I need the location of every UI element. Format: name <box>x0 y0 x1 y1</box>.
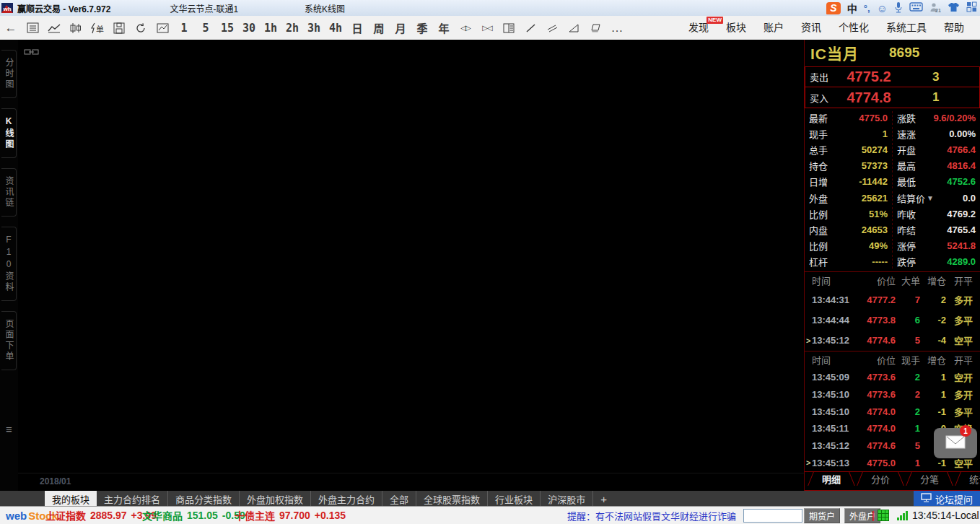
keyboard-icon[interactable] <box>909 2 923 14</box>
stat-value: -11442 <box>859 176 888 187</box>
menu-system-tools[interactable]: 系统工具 <box>878 16 935 40</box>
table-row: 13:45:104773.621多开 <box>805 386 980 403</box>
stat-value: 50274 <box>862 144 888 155</box>
panel-tab-stats[interactable]: 统计 <box>963 472 980 487</box>
table-row: >13:45:124774.65-4空平 <box>805 331 980 351</box>
list-menu-icon[interactable]: ≡ <box>6 424 12 435</box>
sogou-logo-icon[interactable]: S <box>826 2 841 14</box>
stat-value: 4766.4 <box>947 144 976 155</box>
board-tab-shanghai-shenzhen[interactable]: 沪深股市 <box>541 491 593 507</box>
ime-language-toggle[interactable]: 中 <box>847 1 857 15</box>
triangle-tool-icon[interactable] <box>563 16 585 40</box>
period-5min[interactable]: 5 <box>195 16 216 40</box>
index-shanghai: 上证指数2885.97+3.99 <box>45 507 157 524</box>
parallel-lines-tool-icon[interactable] <box>541 16 563 40</box>
quote-header[interactable]: IC当月 8695 <box>805 40 980 67</box>
emoji-icon[interactable]: ☺ <box>877 3 888 14</box>
back-icon[interactable]: ← <box>0 16 22 40</box>
period-4h[interactable]: 4h <box>325 16 346 40</box>
sidebar-tab-kline[interactable]: K线图 <box>1 108 17 158</box>
board-tab-my[interactable]: 我的板块 <box>45 491 97 507</box>
period-2h[interactable]: 2h <box>281 16 303 40</box>
sidebar-tab-f10[interactable]: F10资料 <box>1 227 17 301</box>
futures-account-button[interactable]: 期货户 <box>804 508 840 523</box>
chart-window-icon[interactable] <box>152 16 173 40</box>
stat-label: 昨收 <box>897 207 916 221</box>
expand-bars-icon[interactable]: ▷◁ <box>476 16 498 40</box>
status-input[interactable] <box>743 509 802 523</box>
period-week[interactable]: 周 <box>368 16 390 40</box>
page-layout-icon[interactable] <box>498 16 520 40</box>
board-tab-industry[interactable]: 行业板块 <box>488 491 541 507</box>
board-tab-global-stock[interactable]: 全球股票指数 <box>416 491 488 507</box>
period-30min[interactable]: 30 <box>238 16 260 40</box>
settle-dropdown-icon[interactable]: ▼ <box>927 194 934 202</box>
more-tools-icon[interactable]: … <box>606 16 628 40</box>
period-month[interactable]: 月 <box>390 16 411 40</box>
period-day[interactable]: 日 <box>346 16 368 40</box>
trendline-tool-icon[interactable] <box>520 16 541 40</box>
add-board-tab-button[interactable]: + <box>593 491 614 507</box>
menu-boards[interactable]: 板块 <box>717 16 755 40</box>
svg-text:wh: wh <box>3 6 12 12</box>
window-title: 赢顺云交易 - Ver6.7.972 <box>17 2 110 14</box>
sidebar-tab-newslink[interactable]: 资讯链 <box>1 168 17 217</box>
ime-menu-grid-icon[interactable] <box>966 1 977 14</box>
menu-account[interactable]: 账户 <box>755 16 792 40</box>
eraser-tool-icon[interactable] <box>585 16 606 40</box>
ask-qty: 3 <box>932 70 939 84</box>
period-15min[interactable]: 15 <box>216 16 238 40</box>
candlestick-chart-icon[interactable] <box>65 16 87 40</box>
board-tab-foreign-main[interactable]: 外盘主力合约 <box>311 491 382 507</box>
ask-row[interactable]: 卖出 4775.2 3 <box>805 67 980 88</box>
stat-value: 49% <box>869 240 888 251</box>
ask-label: 卖出 <box>805 70 836 84</box>
stat-label: 昨结 <box>897 223 916 237</box>
sidebar-tab-timeline[interactable]: 分时图 <box>1 50 17 98</box>
message-notification[interactable]: 1 <box>934 428 977 458</box>
bid-row[interactable]: 买入 4774.8 1 <box>805 87 980 108</box>
skin-icon[interactable] <box>948 2 960 14</box>
stat-label: 持仓 <box>809 159 828 173</box>
period-1min[interactable]: 1 <box>173 16 195 40</box>
table-row: 13:44:314777.272多开 <box>805 289 980 310</box>
save-icon[interactable] <box>108 16 130 40</box>
stat-value: ----- <box>872 256 888 267</box>
period-3h[interactable]: 3h <box>303 16 325 40</box>
ime-punctuation-toggle[interactable]: °, <box>864 3 870 14</box>
board-tab-main-contracts[interactable]: 主力合约排名 <box>97 491 168 507</box>
period-year[interactable]: 年 <box>433 16 455 40</box>
panel-tab-detail[interactable]: 明细 <box>816 472 846 487</box>
user-mode-icon[interactable]: 21 <box>929 2 941 14</box>
compress-bars-icon[interactable]: ◁▷ <box>455 16 476 40</box>
period-quarter[interactable]: 季 <box>411 16 433 40</box>
svg-text:单: 单 <box>96 25 104 33</box>
quick-order-icon[interactable]: 单 <box>87 16 108 40</box>
forum-question-button[interactable]: 论坛提问 <box>914 491 980 507</box>
report-icon[interactable] <box>22 16 43 40</box>
app-logo-icon: wh <box>1 3 13 13</box>
status-divider: | <box>872 507 875 524</box>
period-1h[interactable]: 1h <box>260 16 281 40</box>
menu-news[interactable]: 资讯 <box>792 16 830 40</box>
link-contract-icon[interactable] <box>24 45 40 58</box>
menu-personalize[interactable]: 个性化 <box>830 16 878 40</box>
panel-tab-price-dist[interactable]: 分价 <box>865 472 896 487</box>
timeline-chart-icon[interactable] <box>43 16 65 40</box>
bid-qty: 1 <box>932 90 939 105</box>
menu-discover[interactable]: 发现NEW <box>680 16 717 40</box>
menu-help[interactable]: 帮助 <box>935 16 973 40</box>
refresh-icon[interactable] <box>130 16 152 40</box>
table-row: 13:45:094773.621空开 <box>805 369 980 386</box>
board-tab-foreign-weighted[interactable]: 外盘加权指数 <box>240 491 311 507</box>
board-tab-all[interactable]: 全部 <box>382 491 416 507</box>
big-order-table: 时间 价位 大单 增仓 开平 13:44:314777.272多开 13:44:… <box>805 272 980 351</box>
panel-tab-tick[interactable]: 分笔 <box>914 472 945 487</box>
stat-value: 4769.2 <box>947 209 976 219</box>
board-tab-commodity-index[interactable]: 商品分类指数 <box>168 491 240 507</box>
microphone-icon[interactable] <box>894 1 903 15</box>
chart-canvas[interactable]: 2018/01 <box>18 40 805 491</box>
sidebar-tab-page-order[interactable]: 页面下单 <box>1 311 17 370</box>
foreign-account-button[interactable]: 外盘户 <box>844 508 880 523</box>
panel-tab-bar: 明细 分价 分笔 统计 <box>805 472 980 491</box>
